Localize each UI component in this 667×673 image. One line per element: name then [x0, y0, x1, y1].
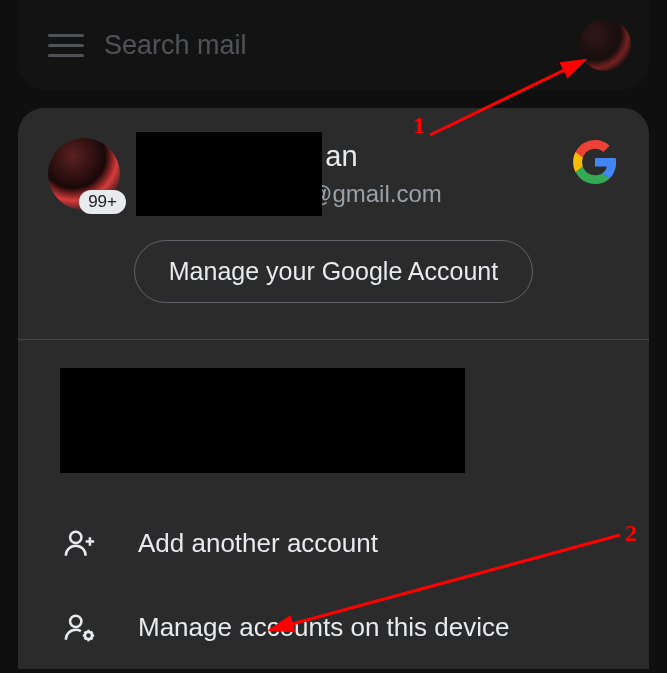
person-add-icon [60, 523, 100, 563]
current-account-row[interactable]: 99+ an @gmail.com [18, 138, 649, 240]
unread-badge: 99+ [79, 190, 126, 214]
account-panel: 99+ an @gmail.com Manage your Google Acc… [18, 108, 649, 669]
redaction-box [136, 132, 322, 216]
account-info: an @gmail.com [142, 140, 571, 208]
search-input[interactable]: Search mail [104, 30, 579, 61]
redaction-box-large [60, 368, 465, 473]
manage-google-account-button[interactable]: Manage your Google Account [134, 240, 533, 303]
profile-avatar-small[interactable] [579, 19, 631, 71]
search-bar[interactable]: Search mail [18, 0, 649, 90]
manage-accounts-label: Manage accounts on this device [138, 612, 509, 643]
person-settings-icon [60, 607, 100, 647]
annotation-marker-1: 1 [413, 112, 425, 139]
svg-point-1 [70, 616, 81, 627]
add-account-label: Add another account [138, 528, 378, 559]
svg-point-0 [70, 532, 81, 543]
annotation-marker-2: 2 [625, 520, 637, 547]
menu-icon[interactable] [48, 27, 84, 63]
add-account-row[interactable]: Add another account [18, 501, 649, 585]
divider [18, 339, 649, 340]
svg-point-2 [85, 632, 92, 639]
manage-accounts-row[interactable]: Manage accounts on this device [18, 585, 649, 669]
google-logo-icon [571, 138, 619, 186]
profile-avatar-wrap: 99+ [48, 138, 120, 210]
